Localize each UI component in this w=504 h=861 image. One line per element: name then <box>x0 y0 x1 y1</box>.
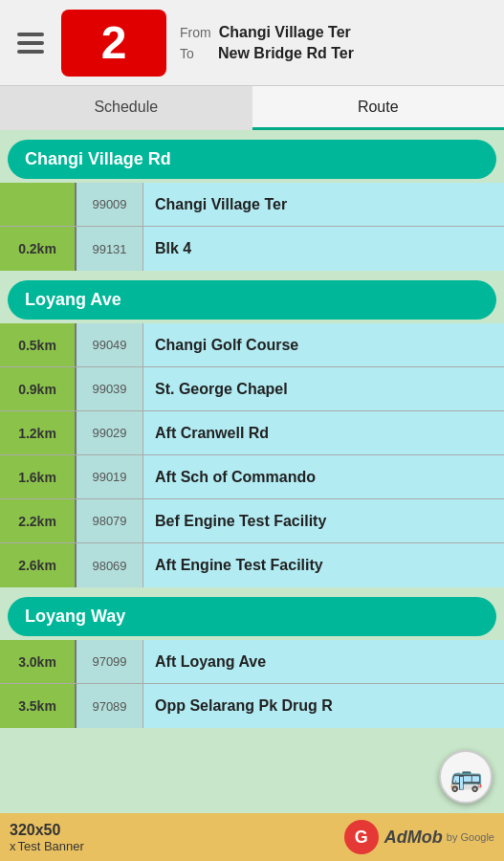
to-destination: New Bridge Rd Ter <box>218 45 354 62</box>
ad-banner-text-block: 320x50 x Test Banner <box>10 822 84 853</box>
table-row[interactable]: 1.6km99019Aft Sch of Commando <box>0 455 504 499</box>
bus-icon: 🚌 <box>449 762 483 793</box>
stop-name: Changi Golf Course <box>143 323 504 366</box>
stop-code: 98069 <box>77 543 143 587</box>
table-row[interactable]: 0.5km99049Changi Golf Course <box>0 323 504 367</box>
ad-x-mark: x <box>10 839 16 853</box>
stops-container-0: 99009Changi Village Ter0.2km99131Blk 4 <box>0 183 504 271</box>
stop-distance: 2.2km <box>0 499 77 542</box>
bus-fab[interactable]: 🚌 <box>439 750 493 804</box>
admob-sub-label: by Google <box>447 831 494 843</box>
stop-name: Changi Village Ter <box>143 183 504 226</box>
tab-schedule[interactable]: Schedule <box>0 86 252 130</box>
stop-distance: 0.5km <box>0 323 77 366</box>
ad-size-label: 320x50 <box>10 822 75 839</box>
route-content: Changi Village Rd99009Changi Village Ter… <box>0 130 504 813</box>
stop-code: 99009 <box>77 183 143 226</box>
stop-name: St. George Chapel <box>143 367 504 410</box>
ad-name-label: Test Banner <box>18 839 84 853</box>
stop-code: 97089 <box>77 684 143 728</box>
menu-button[interactable] <box>10 22 52 64</box>
table-row[interactable]: 1.2km99029Aft Cranwell Rd <box>0 411 504 455</box>
admob-branding: G AdMob by Google <box>344 820 494 854</box>
stops-container-2: 3.0km97099Aft Loyang Ave3.5km97089Opp Se… <box>0 640 504 728</box>
stop-code: 99019 <box>77 455 143 498</box>
stop-code: 97099 <box>77 640 143 683</box>
stop-name: Aft Loyang Ave <box>143 640 504 683</box>
stop-distance: 0.9km <box>0 367 77 410</box>
admob-logo-circle: G <box>344 820 379 854</box>
from-row: From Changi Village Ter <box>180 24 354 41</box>
stop-code: 99039 <box>77 367 143 410</box>
stop-distance <box>0 183 77 226</box>
section-header-text-1: Loyang Ave <box>25 290 121 310</box>
from-label: From <box>180 25 211 40</box>
stop-name: Bef Engine Test Facility <box>143 499 504 542</box>
section-header-2: Loyang Way <box>8 597 496 636</box>
route-info: From Changi Village Ter To New Bridge Rd… <box>180 24 354 62</box>
table-row[interactable]: 3.5km97089Opp Selarang Pk Drug R <box>0 684 504 728</box>
table-row[interactable]: 3.0km97099Aft Loyang Ave <box>0 640 504 684</box>
tab-bar: Schedule Route <box>0 86 504 130</box>
section-header-text-0: Changi Village Rd <box>25 149 171 169</box>
table-row[interactable]: 0.2km99131Blk 4 <box>0 227 504 271</box>
stop-distance: 0.2km <box>0 227 77 271</box>
stop-distance: 3.5km <box>0 684 77 728</box>
stops-container-1: 0.5km99049Changi Golf Course0.9km99039St… <box>0 323 504 587</box>
stop-name: Opp Selarang Pk Drug R <box>143 684 504 728</box>
section-header-0: Changi Village Rd <box>8 140 496 179</box>
from-destination: Changi Village Ter <box>219 24 351 41</box>
stop-name: Blk 4 <box>143 227 504 271</box>
menu-icon-line1 <box>17 33 44 36</box>
table-row[interactable]: 2.6km98069Aft Engine Test Facility <box>0 543 504 587</box>
to-row: To New Bridge Rd Ter <box>180 45 354 62</box>
stop-code: 99131 <box>77 227 143 271</box>
ad-banner: 320x50 x Test Banner G AdMob by Google <box>0 813 504 861</box>
stop-distance: 3.0km <box>0 640 77 683</box>
menu-icon-line2 <box>17 41 44 45</box>
stop-distance: 1.2km <box>0 411 77 454</box>
stop-name: Aft Engine Test Facility <box>143 543 504 587</box>
stop-code: 99029 <box>77 411 143 454</box>
table-row[interactable]: 99009Changi Village Ter <box>0 183 504 227</box>
section-header-text-2: Loyang Way <box>25 607 125 627</box>
tab-route-label: Route <box>358 99 399 116</box>
menu-icon-line3 <box>17 50 44 54</box>
table-row[interactable]: 2.2km98079Bef Engine Test Facility <box>0 499 504 543</box>
stop-code: 98079 <box>77 499 143 542</box>
stop-distance: 1.6km <box>0 455 77 498</box>
to-label: To <box>180 46 210 61</box>
route-number: 2 <box>101 20 127 66</box>
stop-name: Aft Sch of Commando <box>143 455 504 498</box>
admob-label: AdMob <box>384 828 443 848</box>
table-row[interactable]: 0.9km99039St. George Chapel <box>0 367 504 411</box>
tab-route[interactable]: Route <box>252 86 505 130</box>
section-header-1: Loyang Ave <box>8 280 496 320</box>
stop-name: Aft Cranwell Rd <box>143 411 504 454</box>
route-number-box: 2 <box>61 10 166 77</box>
stop-distance: 2.6km <box>0 543 77 587</box>
app-header: 2 From Changi Village Ter To New Bridge … <box>0 0 504 86</box>
tab-schedule-label: Schedule <box>94 99 158 116</box>
stop-code: 99049 <box>77 323 143 366</box>
